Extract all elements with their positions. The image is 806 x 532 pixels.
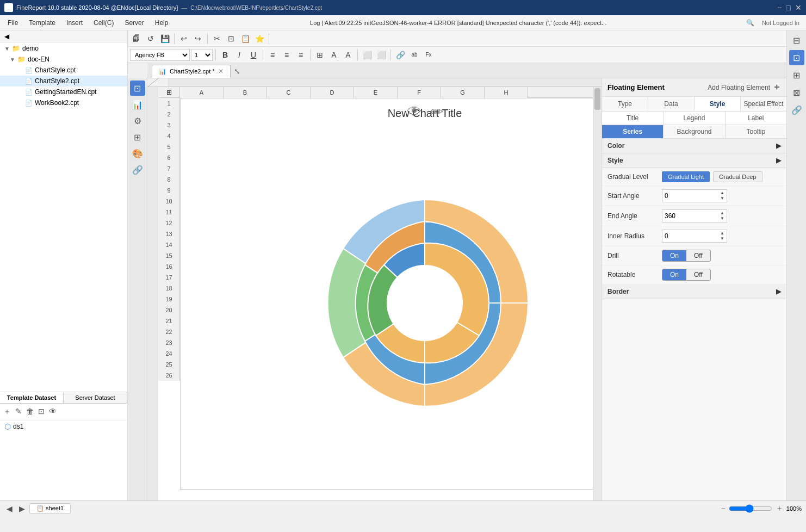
add-floating-element[interactable]: Add Floating Element ＋ — [708, 82, 781, 93]
preview-dataset-button[interactable]: 👁 — [48, 406, 58, 418]
row-8[interactable]: 8 — [158, 174, 179, 185]
align-left-button[interactable]: ≡ — [266, 48, 279, 61]
tree-node-demo[interactable]: ▼ 📁 demo — [0, 43, 127, 54]
zoom-slider[interactable] — [729, 504, 772, 513]
icon-strip-chart-edit[interactable]: 📊 — [130, 97, 145, 112]
row-2[interactable]: 2 — [158, 109, 179, 120]
tab-series[interactable]: Series — [602, 125, 664, 138]
inner-radius-spinners[interactable]: ▲ ▼ — [720, 231, 724, 242]
tab-close-button[interactable]: ✕ — [218, 67, 224, 75]
row-11[interactable]: 11 — [158, 207, 179, 218]
tab-chartstyle2[interactable]: 📊 ChartStyle2.cpt * ✕ — [152, 65, 231, 78]
server-dataset-tab[interactable]: Server Dataset — [64, 392, 127, 403]
font-color-button[interactable]: A — [342, 48, 355, 61]
zoom-out-button[interactable]: − — [721, 504, 726, 513]
row-20[interactable]: 20 — [158, 305, 179, 316]
inner-radius-down[interactable]: ▼ — [720, 236, 724, 242]
row-21[interactable]: 21 — [158, 316, 179, 326]
row-13[interactable]: 13 — [158, 228, 179, 239]
drill-off-button[interactable]: Off — [686, 250, 710, 261]
font-size-select[interactable]: 1 — [191, 49, 213, 61]
end-angle-up[interactable]: ▲ — [720, 211, 724, 216]
row-9[interactable]: 9 — [158, 185, 179, 196]
copy-dataset-button[interactable]: ⊡ — [37, 406, 46, 418]
delete-dataset-button[interactable]: 🗑 — [25, 406, 35, 418]
row-15[interactable]: 15 — [158, 250, 179, 261]
right-strip-icon3[interactable]: ⊞ — [789, 67, 804, 83]
chart-box[interactable]: 👁 ✏ New Chart Title — [180, 98, 602, 490]
menu-insert[interactable]: Insert — [61, 17, 88, 29]
tab-style[interactable]: Style — [695, 97, 741, 111]
style-section-header[interactable]: Style ▶ — [602, 153, 786, 168]
sheet-tab-sheet1[interactable]: 📋 sheet1 — [29, 503, 71, 514]
italic-button[interactable]: I — [233, 48, 246, 61]
tab-data[interactable]: Data — [648, 97, 695, 111]
col-header-c[interactable]: C — [267, 87, 311, 98]
row-6[interactable]: 6 — [158, 152, 179, 163]
row-14[interactable]: 14 — [158, 239, 179, 250]
gradual-deep-button[interactable]: Gradual Deep — [713, 171, 762, 182]
tab-legend[interactable]: Legend — [664, 112, 725, 125]
row-26[interactable]: 26 — [158, 370, 179, 381]
row-3[interactable]: 3 — [158, 120, 179, 131]
col-header-b[interactable]: B — [224, 87, 267, 98]
color-section-header[interactable]: Color ▶ — [602, 139, 786, 153]
maximize-button[interactable]: □ — [786, 3, 791, 12]
col-header-a[interactable]: A — [180, 87, 224, 98]
redo-button[interactable]: ↪ — [191, 32, 204, 45]
col-header-e[interactable]: E — [354, 87, 398, 98]
copy-button[interactable]: ⊡ — [225, 32, 238, 45]
row-16[interactable]: 16 — [158, 261, 179, 272]
hyperlink-button[interactable]: 🔗 — [394, 48, 407, 61]
underline-button[interactable]: U — [247, 48, 260, 61]
template-dataset-tab[interactable]: Template Dataset — [0, 392, 64, 403]
start-angle-down[interactable]: ▼ — [720, 196, 724, 201]
paste-button[interactable]: 📋 — [239, 32, 252, 45]
bold-button[interactable]: B — [219, 48, 232, 61]
tree-node-chartstyle2[interactable]: 📄 ChartStyle2.cpt — [0, 76, 127, 86]
fill-color-button[interactable]: A — [327, 48, 340, 61]
format-painter[interactable]: ⭐ — [253, 32, 266, 45]
menu-cell[interactable]: Cell(C) — [88, 17, 119, 29]
end-angle-down[interactable]: ▼ — [720, 216, 724, 221]
right-strip-icon4[interactable]: ⊠ — [789, 85, 804, 100]
hide-chart-icon[interactable]: 👁 — [407, 103, 422, 121]
end-angle-input[interactable]: 360 ▲ ▼ — [662, 209, 727, 222]
start-angle-up[interactable]: ▲ — [720, 190, 724, 196]
row-5[interactable]: 5 — [158, 141, 179, 152]
row-25[interactable]: 25 — [158, 359, 179, 370]
row-19[interactable]: 19 — [158, 294, 179, 305]
scrollbar-thumb-v[interactable] — [594, 88, 600, 110]
ab-button[interactable]: ab — [408, 48, 421, 61]
menu-template[interactable]: Template — [23, 17, 61, 29]
border-section-header[interactable]: Border ▶ — [602, 284, 786, 299]
col-header-f[interactable]: F — [398, 87, 441, 98]
icon-strip-settings[interactable]: ⚙ — [130, 113, 145, 128]
font-family-select[interactable]: Agency FB — [130, 49, 190, 61]
col-header-h[interactable]: H — [485, 87, 528, 98]
right-strip-icon2[interactable]: ⊡ — [789, 50, 804, 65]
menu-help[interactable]: Help — [150, 17, 174, 29]
rotatable-on-button[interactable]: On — [662, 269, 686, 280]
search-icon[interactable]: 🔍 — [743, 18, 758, 28]
icon-strip-pointer[interactable]: ⊡ — [130, 81, 145, 96]
row-7[interactable]: 7 — [158, 163, 179, 174]
zoom-in-button[interactable]: ＋ — [776, 504, 783, 514]
edit-dataset-button[interactable]: ✎ — [14, 406, 23, 418]
start-angle-spinners[interactable]: ▲ ▼ — [720, 190, 724, 201]
row-1[interactable]: 1 — [158, 98, 179, 109]
minimize-button[interactable]: − — [777, 3, 782, 12]
scrollbar-v[interactable] — [593, 87, 602, 500]
edit-chart-icon[interactable]: ✏ — [431, 103, 443, 121]
close-button[interactable]: ✕ — [795, 3, 802, 12]
tab-title[interactable]: Title — [602, 112, 664, 125]
tab-background[interactable]: Background — [664, 125, 725, 138]
split-button[interactable]: ⬜ — [375, 48, 388, 61]
tree-node-gettingstarted[interactable]: 📄 GettingStartedEN.cpt — [0, 86, 127, 97]
tab-tooltip[interactable]: Tooltip — [726, 125, 786, 138]
col-header-g[interactable]: G — [441, 87, 485, 98]
tab-special-effect[interactable]: Special Effect — [741, 97, 786, 111]
row-12[interactable]: 12 — [158, 218, 179, 228]
tab-type[interactable]: Type — [602, 97, 648, 111]
sidebar-collapse-icon[interactable]: ◀ — [4, 33, 9, 40]
